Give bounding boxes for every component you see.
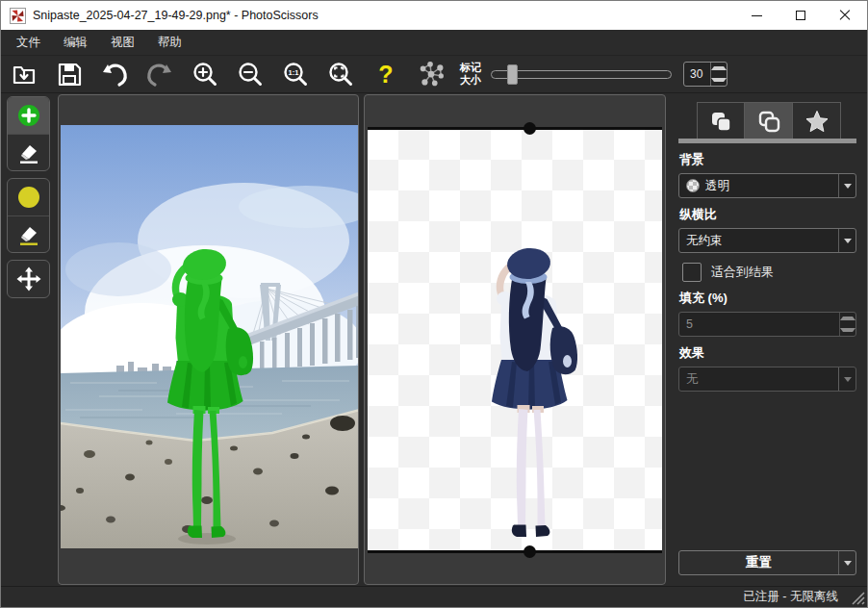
source-photo: [61, 125, 359, 548]
crop-handle-bottom[interactable]: [523, 545, 536, 558]
zoom-fit-icon: [327, 61, 354, 88]
app-icon: [10, 8, 26, 24]
menu-view[interactable]: 视图: [99, 30, 146, 55]
source-image-panel[interactable]: [56, 93, 361, 586]
toolbar: 1:1 ? 标记 大小: [1, 56, 867, 93]
padding-spin-up[interactable]: [840, 313, 855, 324]
padding-spin-down[interactable]: [840, 324, 855, 336]
padding-spin-arrows: [839, 313, 855, 336]
menu-bar: 文件 编辑 视图 帮助: [1, 30, 867, 56]
aspect-ratio-select[interactable]: 无约束: [678, 228, 856, 253]
effect-select-arrow[interactable]: [838, 367, 855, 391]
mark-region-tool-button[interactable]: [417, 60, 446, 89]
redo-button[interactable]: [145, 60, 174, 89]
marker-size-spinbox[interactable]: 30: [683, 62, 728, 87]
move-tool-button[interactable]: [8, 261, 49, 297]
reset-button-arrow[interactable]: [838, 551, 855, 574]
green-plus-marker-icon: [16, 103, 41, 128]
settings-sidebar: 背景 透明 纵横比 无约束 适合到结果 填充 (%) 5: [668, 93, 867, 586]
open-icon: [11, 61, 38, 88]
tab-background-fill[interactable]: [697, 102, 745, 139]
move-tool-group: [7, 260, 50, 298]
transparent-swatch-icon: [686, 179, 700, 192]
undo-icon: [100, 61, 129, 88]
background-select-arrow[interactable]: [838, 174, 855, 197]
aspect-ratio-label: 纵横比: [679, 206, 856, 223]
help-icon: ?: [378, 63, 393, 87]
effect-label: 效果: [679, 344, 856, 362]
background-label: 背景: [679, 151, 856, 168]
license-status: 已注册 - 无限离线: [743, 589, 838, 605]
figure-shadow: [178, 533, 236, 545]
background-value: 透明: [705, 178, 729, 194]
background-select[interactable]: 透明: [678, 173, 856, 198]
spin-down-button[interactable]: [711, 74, 727, 86]
menu-file[interactable]: 文件: [5, 30, 52, 55]
maximize-icon: [796, 11, 805, 20]
eraser-white-icon: [16, 140, 41, 165]
chevron-down-icon: [844, 184, 852, 189]
resize-grip-icon[interactable]: [852, 592, 865, 605]
spin-down-icon: [711, 78, 727, 82]
zoom-actual-icon: 1:1: [282, 61, 309, 88]
help-button[interactable]: ?: [371, 60, 400, 89]
zoom-out-icon: [237, 61, 264, 88]
aspect-ratio-select-arrow[interactable]: [838, 229, 855, 252]
keep-tools-group: [7, 96, 50, 171]
eraser-yellow-icon: [16, 222, 41, 247]
svg-text:1:1: 1:1: [289, 68, 299, 77]
spin-down-icon: [840, 328, 855, 332]
close-button[interactable]: [823, 1, 867, 30]
keep-eraser-tool-button[interactable]: [8, 134, 49, 170]
undo-button[interactable]: [100, 60, 129, 89]
marker-size-slider[interactable]: [491, 70, 672, 79]
crop-line-bottom[interactable]: [368, 550, 662, 553]
save-button[interactable]: [55, 60, 84, 89]
slider-handle[interactable]: [507, 64, 518, 85]
chevron-down-icon: [844, 239, 852, 243]
redo-icon: [145, 61, 174, 88]
padding-value: 5: [679, 313, 839, 336]
open-button[interactable]: [10, 60, 38, 89]
chevron-down-icon: [844, 561, 852, 566]
zoom-in-button[interactable]: [191, 60, 219, 89]
chevron-down-icon: [844, 377, 852, 382]
effect-select[interactable]: 无: [678, 367, 856, 392]
fit-to-result-checkbox[interactable]: [682, 263, 702, 282]
fit-to-result-label: 适合到结果: [711, 264, 774, 281]
zoom-actual-button[interactable]: 1:1: [281, 60, 310, 89]
marker-size-value[interactable]: 30: [684, 63, 710, 86]
remove-marker-tool-button[interactable]: [8, 179, 49, 215]
keep-marker-tool-button[interactable]: [8, 97, 49, 134]
tab-underline: [678, 139, 856, 143]
minimize-button[interactable]: [734, 1, 779, 30]
zoom-fit-button[interactable]: [326, 60, 355, 89]
tab-favorites[interactable]: [793, 102, 841, 139]
result-panel[interactable]: [362, 93, 668, 586]
source-canvas[interactable]: [58, 94, 359, 585]
tool-strip: [1, 93, 56, 586]
move-icon: [15, 266, 42, 292]
result-canvas[interactable]: [364, 94, 666, 585]
crop-line-top[interactable]: [368, 127, 662, 130]
cutout-subject: [468, 241, 593, 540]
crop-handle-top[interactable]: [523, 122, 536, 135]
spin-up-icon: [840, 317, 855, 320]
status-bar: 已注册 - 无限离线: [1, 586, 867, 607]
tab-crop[interactable]: [745, 102, 793, 139]
spin-up-button[interactable]: [711, 63, 727, 74]
zoom-in-icon: [191, 61, 218, 88]
reset-button[interactable]: 重置: [678, 550, 856, 575]
marker-size-label: 标记 大小: [460, 62, 481, 86]
yellow-circle-marker-icon: [16, 185, 41, 210]
zoom-out-button[interactable]: [236, 60, 265, 89]
fit-to-result-row: 适合到结果: [682, 263, 856, 282]
padding-label: 填充 (%): [679, 290, 856, 307]
remove-eraser-tool-button[interactable]: [8, 215, 49, 252]
menu-help[interactable]: 帮助: [146, 30, 193, 55]
menu-edit[interactable]: 编辑: [52, 30, 99, 55]
aspect-ratio-value: 无约束: [686, 233, 723, 249]
padding-spinbox[interactable]: 5: [678, 312, 856, 337]
remove-tools-group: [7, 178, 50, 253]
maximize-button[interactable]: [779, 1, 823, 30]
